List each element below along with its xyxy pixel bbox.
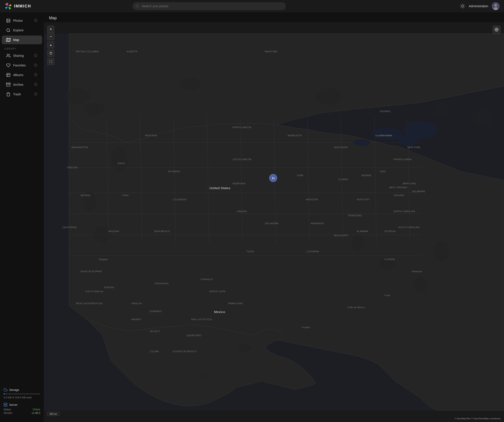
photos-info-icon (34, 19, 38, 22)
server-version-label: Version (4, 411, 12, 415)
map-settings-button[interactable] (493, 26, 500, 34)
map-background (44, 22, 504, 422)
sidebar-item-photos-label: Photos (13, 19, 23, 22)
sharing-icon (6, 54, 11, 58)
svg-rect-46 (4, 405, 7, 406)
clear-button[interactable] (47, 50, 54, 57)
svg-rect-37 (6, 83, 10, 84)
sidebar: Photos Explore M (0, 12, 44, 422)
storage-cloud-icon (4, 388, 7, 392)
svg-rect-33 (7, 73, 10, 77)
compass-button[interactable]: ▲ (47, 42, 54, 49)
svg-point-82 (414, 276, 426, 293)
zoom-out-button[interactable]: − (47, 33, 54, 40)
storage-usage-text: 4.6 GiB of 128.9 GiB used (4, 396, 31, 399)
main-layout: Photos Explore M (0, 12, 504, 422)
theme-toggle-icon[interactable] (460, 4, 465, 9)
map-title: Map (44, 12, 504, 22)
svg-point-17 (7, 20, 8, 20)
library-section-label: LIBRARY (0, 45, 44, 51)
map-controls: + − ▲ (47, 26, 54, 65)
svg-point-74 (84, 191, 96, 212)
svg-point-78 (433, 103, 450, 115)
photos-icon (6, 18, 11, 23)
albums-info-icon (34, 73, 38, 77)
sidebar-item-favorites[interactable]: Favorites (2, 61, 42, 70)
sidebar-item-map[interactable]: Map (2, 36, 42, 44)
server-status-label: Status (4, 408, 11, 411)
storage-bar-fill (4, 393, 5, 394)
sidebar-item-photos[interactable]: Photos (2, 16, 42, 25)
svg-point-79 (473, 109, 494, 126)
logo-area: IMMICH (4, 2, 44, 10)
svg-point-80 (351, 235, 364, 251)
sidebar-item-archive[interactable]: Archive (2, 80, 42, 89)
sidebar-item-map-label: Map (13, 38, 19, 42)
albums-icon (6, 73, 11, 77)
svg-point-67 (372, 128, 402, 140)
favorites-icon (6, 63, 11, 67)
archive-info-icon (34, 83, 38, 86)
svg-line-11 (461, 7, 461, 8)
sidebar-item-albums-label: Albums (13, 73, 24, 77)
server-status-row: Status Online (4, 408, 40, 411)
search-bar (132, 2, 286, 10)
svg-point-21 (7, 29, 10, 31)
server-label-text: Server (9, 403, 18, 406)
map-area: Map (44, 12, 504, 422)
storage-bar-background (4, 393, 40, 394)
map-scale: 300 km (47, 412, 59, 416)
server-section: Server Status Online Version v1.86.0 (4, 403, 40, 415)
sidebar-item-explore-label: Explore (13, 29, 24, 32)
zoom-in-button[interactable]: + (47, 26, 54, 33)
svg-point-2 (136, 5, 138, 7)
svg-point-14 (494, 4, 497, 6)
svg-point-77 (316, 88, 341, 105)
search-input[interactable] (132, 2, 286, 10)
svg-point-85 (199, 373, 207, 380)
topbar-right: Administration (460, 2, 500, 10)
svg-point-86 (496, 29, 497, 30)
sidebar-item-favorites-label: Favorites (13, 64, 26, 67)
search-icon (136, 4, 139, 8)
server-version-row: Version v1.86.0 (4, 411, 40, 415)
sidebar-item-archive-label: Archive (13, 83, 24, 86)
svg-point-76 (180, 78, 201, 90)
svg-point-83 (433, 241, 450, 262)
svg-line-8 (464, 7, 464, 8)
svg-marker-23 (6, 38, 10, 42)
sidebar-item-sharing-label: Sharing (13, 54, 24, 57)
svg-line-12 (464, 4, 464, 5)
svg-point-84 (238, 343, 251, 352)
svg-rect-45 (4, 403, 7, 404)
server-icon (4, 403, 7, 407)
storage-section: Storage 4.6 GiB of 128.9 GiB used (4, 388, 40, 399)
storage-label: Storage (9, 388, 19, 391)
explore-icon (6, 28, 11, 32)
app-name: IMMICH (14, 4, 31, 9)
administration-button[interactable]: Administration (469, 4, 488, 8)
svg-point-26 (7, 54, 9, 56)
sidebar-item-sharing[interactable]: Sharing (2, 51, 42, 60)
server-version-value: v1.86.0 (32, 411, 40, 415)
sharing-info-icon (34, 54, 38, 57)
fullscreen-button[interactable] (47, 58, 54, 65)
trash-info-icon (34, 92, 38, 96)
topbar: IMMICH Administration (0, 0, 504, 12)
archive-icon (6, 82, 11, 87)
svg-line-22 (9, 31, 10, 32)
svg-point-81 (378, 257, 395, 270)
svg-point-4 (462, 5, 464, 7)
server-status-value: Online (33, 408, 40, 411)
sidebar-item-trash[interactable]: Trash (2, 90, 42, 99)
svg-point-72 (84, 103, 104, 115)
user-avatar[interactable] (492, 2, 500, 10)
favorites-info-icon (34, 64, 38, 67)
svg-point-70 (404, 122, 437, 138)
svg-point-69 (353, 139, 370, 146)
sidebar-item-trash-label: Trash (13, 92, 21, 96)
sidebar-item-albums[interactable]: Albums (2, 71, 42, 79)
svg-point-71 (65, 88, 90, 105)
map-container[interactable]: + − ▲ (44, 22, 504, 422)
sidebar-item-explore[interactable]: Explore (2, 26, 42, 35)
